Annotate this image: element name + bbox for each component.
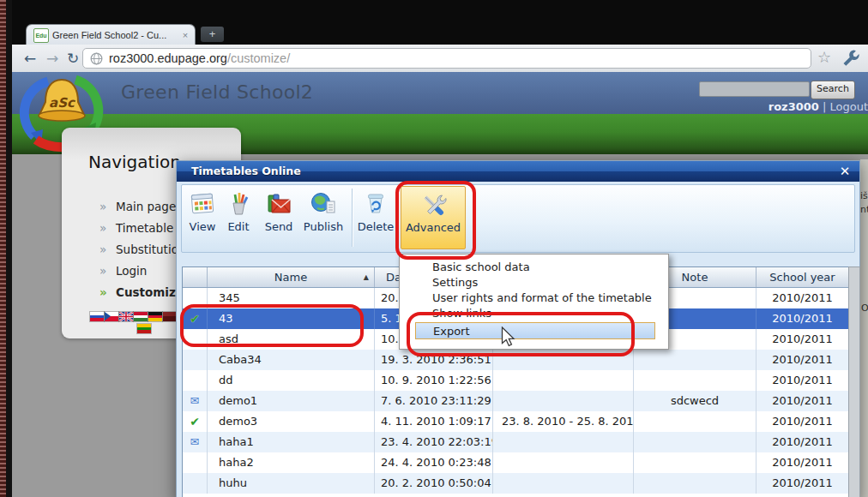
toolbar-button-publish[interactable]: Publish (299, 186, 347, 249)
row-school-year: 2010/2011 (756, 329, 848, 350)
url-host: roz3000.edupage.org (109, 51, 227, 65)
annotation-advanced-highlight (395, 181, 476, 260)
row-school-year: 2010/2011 (756, 452, 848, 473)
new-tab-button[interactable]: + (201, 27, 224, 42)
row-status-icon (183, 391, 208, 411)
sidebar-item-label: Main page (116, 200, 176, 213)
row-status-icon (183, 370, 208, 391)
language-flags (90, 312, 178, 322)
row-date: 4. 11. 2010 1:09:17 (375, 411, 493, 432)
user-separator: | (823, 100, 826, 113)
menu-item[interactable]: Settings (400, 275, 668, 290)
toolbar-button-delete[interactable]: Delete (355, 186, 396, 249)
address-bar[interactable]: roz3000.edupage.org/customize/ (82, 48, 811, 69)
dialog-title: Timetables Online (191, 161, 301, 182)
publish-icon (310, 190, 337, 218)
tab-title: Green Field School2 - Cu... (52, 28, 179, 42)
row-date: 24. 4. 2010 0:23:48 (375, 452, 493, 473)
chevron-icon: » (99, 260, 106, 282)
table-row[interactable]: demo3 4. 11. 2010 1:09:17 23. 8. 2010 - … (183, 411, 848, 432)
table-row[interactable]: haha1 23. 4. 2010 22:03:19 2010/2011 (183, 432, 848, 452)
row-name: huhu (208, 473, 375, 494)
edit-icon (225, 190, 252, 218)
background-fragment: iš (860, 190, 868, 201)
flag-germany-icon[interactable] (148, 312, 162, 321)
tab-close-icon[interactable]: × (179, 28, 191, 42)
table-scrollbar[interactable] (848, 266, 860, 497)
row-date: 7. 6. 2010 23:11:29 (375, 391, 493, 411)
row-note (634, 452, 756, 473)
row-status-icon (183, 350, 208, 370)
bookmark-star-icon[interactable]: ☆ (815, 47, 834, 68)
menu-item-label: Basic school data (432, 260, 530, 273)
toolbar-button-label: Publish (304, 220, 343, 233)
site-search-input[interactable] (699, 81, 810, 97)
browser-tab-strip: Edu Green Field School2 - Cu... × + (12, 0, 868, 45)
menu-item-label: Settings (432, 276, 478, 289)
school-title: Green Field School2 (121, 81, 313, 103)
user-line: roz3000 | Logout (612, 100, 868, 113)
browser-tab[interactable]: Edu Green Field School2 - Cu... × (26, 24, 196, 45)
row-note (634, 432, 756, 452)
navigation-title: Navigation (88, 152, 181, 172)
row-status-icon (183, 473, 208, 494)
toolbar-button-view[interactable]: View (184, 186, 220, 249)
toolbar-button-edit[interactable]: Edit (220, 186, 256, 249)
delete-icon (362, 190, 389, 218)
flag-6-icon[interactable] (163, 312, 177, 321)
menu-item[interactable]: User rights and format of the timetable (400, 290, 668, 306)
row-name: dd (208, 370, 375, 391)
dialog-titlebar[interactable]: Timetables Online ✕ (177, 161, 859, 182)
chevron-icon: » (99, 218, 106, 239)
url-path: /customize/ (227, 51, 290, 65)
row-valid-range (493, 432, 634, 452)
row-name: haha2 (208, 452, 375, 473)
row-school-year: 2010/2011 (756, 391, 848, 411)
flag-uk-icon[interactable] (119, 312, 133, 321)
reload-button[interactable]: ↻ (63, 48, 82, 69)
row-note (634, 473, 756, 494)
wrench-menu-icon[interactable] (841, 48, 861, 69)
forward-button[interactable]: → (43, 48, 62, 69)
logout-link[interactable]: Logout (829, 100, 868, 113)
table-row[interactable]: dd 10. 9. 2010 1:22:56 2010/2011 (183, 370, 848, 391)
site-header: Green Field School2 Search roz3000 | Log… (12, 72, 868, 114)
table-row[interactable]: haha2 24. 4. 2010 0:23:48 2010/2011 (183, 452, 848, 473)
page-right-sliver: iš nt O (860, 159, 868, 497)
annotation-row-43-highlight (180, 304, 364, 347)
toolbar-button-send[interactable]: Send (258, 186, 299, 249)
site-search-button[interactable]: Search (811, 81, 855, 99)
header-cell-icon[interactable] (183, 267, 208, 287)
username: roz3000 (769, 100, 819, 113)
sidebar-item-label: Login (116, 264, 147, 278)
row-school-year: 2010/2011 (756, 473, 848, 494)
annotation-export-highlight (407, 312, 635, 356)
flag-czech-icon[interactable] (105, 312, 118, 321)
row-valid-range (493, 452, 634, 473)
table-row[interactable]: huhu 20. 2. 2010 0:50:04 2010/2011 (183, 473, 848, 494)
chevron-icon: » (99, 282, 107, 303)
globe-icon (90, 52, 103, 65)
send-icon (265, 190, 292, 218)
row-valid-range (493, 370, 634, 391)
menu-item[interactable]: Basic school data (400, 260, 668, 275)
chevron-icon: » (99, 239, 106, 260)
row-valid-range (493, 473, 634, 494)
row-note (634, 411, 756, 432)
mouse-cursor (501, 326, 516, 349)
row-school-year: 2010/2011 (756, 411, 848, 432)
toolbar-button-label: Delete (358, 220, 395, 233)
row-valid-range: 23. 8. 2010 - 25. 8. 2010 (493, 411, 634, 432)
back-button[interactable]: ← (21, 48, 39, 69)
svg-text:aSc: aSc (49, 95, 75, 111)
flag-slovakia-icon[interactable] (90, 312, 104, 321)
flag-lithuania-icon[interactable] (137, 324, 151, 333)
table-row[interactable]: demo1 7. 6. 2010 23:11:29 sdcwecd 2010/2… (183, 391, 848, 411)
header-cell-name[interactable]: Name▲ (208, 267, 375, 287)
flag-hungary-icon[interactable] (134, 312, 148, 321)
window-border (6, 0, 12, 497)
row-school-year: 2010/2011 (756, 432, 848, 452)
header-cell-school-year[interactable]: School year (756, 267, 848, 287)
toolbar-separator (352, 189, 353, 247)
dialog-close-button[interactable]: ✕ (835, 163, 854, 180)
